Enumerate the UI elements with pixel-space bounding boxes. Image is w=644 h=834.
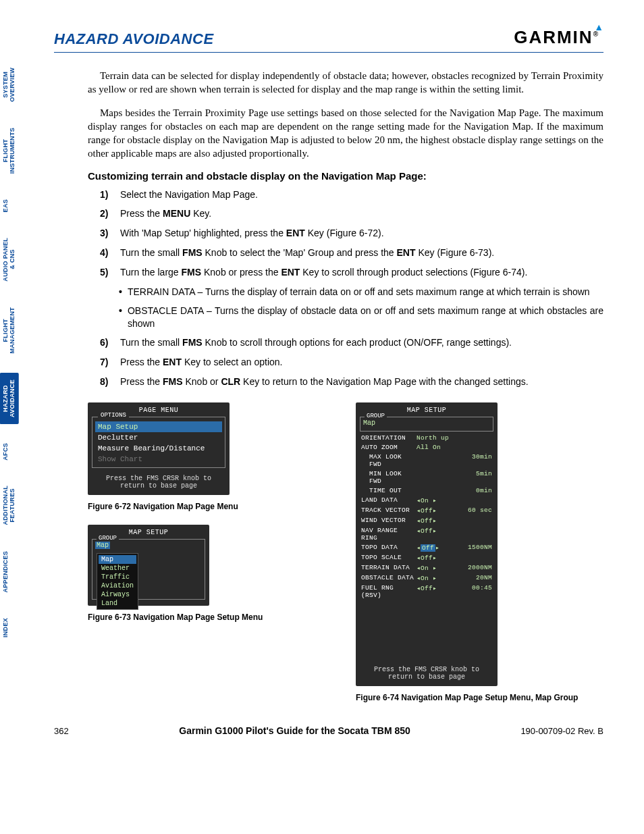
map-setup-list: ORIENTATIONNorth upAUTO ZOOMAll OnMAX LO…	[360, 433, 493, 600]
setup-row[interactable]: TERRAIN DATA◂On ▸2000NM	[360, 563, 493, 573]
bullet-list: TERRAIN DATA – Turns the display of terr…	[88, 286, 603, 331]
figure-6-73-caption: Figure 6-73 Navigation Map Page Setup Me…	[88, 613, 336, 622]
step-1: 1) Select the Navigation Map Page.	[100, 188, 603, 201]
setup-row[interactable]: NAV RANGE RING◂Off▸	[360, 525, 493, 542]
menu-item-declutter[interactable]: Declutter	[95, 432, 222, 443]
figure-6-73-screen: MAP SETUP GROUP Map Map Weather Traffic …	[88, 525, 209, 606]
setup-row[interactable]: ORIENTATIONNorth up	[360, 433, 493, 442]
setup-row[interactable]: TOPO SCALE◂Off▸	[360, 552, 493, 563]
tab-audio-panel-cns[interactable]: AUDIO PANEL& CNS	[0, 231, 19, 288]
step-4: 4) Turn the small FMS Knob to select the…	[100, 246, 603, 259]
revision-label: 190-00709-02 Rev. B	[520, 726, 603, 736]
section-title: HAZARD AVOIDANCE	[54, 30, 214, 48]
page-number: 362	[54, 726, 69, 736]
step-5: 5) Turn the large FMS Knob or press the …	[100, 266, 603, 279]
tab-hazard-avoidance[interactable]: HAZARDAVOIDANCE	[0, 373, 19, 424]
bullet-obstacle-data: OBSTACLE DATA – Turns the display of obs…	[119, 305, 603, 331]
figures-row: PAGE MENU OPTIONS Map Setup Declutter Me…	[88, 402, 603, 702]
step-2: 2) Press the MENU Key.	[100, 207, 603, 220]
guide-title: Garmin G1000 Pilot's Guide for the Socat…	[179, 725, 410, 736]
options-legend: OPTIONS	[98, 412, 129, 419]
setup-row[interactable]: MAX LOOK FWD30min	[360, 452, 493, 469]
tab-afcs[interactable]: AFCS	[0, 436, 19, 467]
garmin-logo: ▲ GARMIN®	[514, 27, 603, 48]
page-footer: 362 Garmin G1000 Pilot's Guide for the S…	[54, 725, 603, 736]
side-tab-bar: SYSTEMOVERVIEW FLIGHTINSTRUMENTS EAS AUD…	[0, 61, 19, 644]
group-legend-73: GROUP	[97, 535, 119, 542]
page-content: Terrain data can be selected for display…	[54, 69, 603, 702]
garmin-triangle-icon: ▲	[594, 22, 605, 32]
procedure-steps: 1) Select the Navigation Map Page. 2) Pr…	[88, 188, 603, 279]
tab-flight-management[interactable]: FLIGHTMANAGEMENT	[0, 301, 19, 361]
fms-hint: Press the FMS CRSR knob toreturn to base…	[92, 471, 225, 491]
figure-left-column: PAGE MENU OPTIONS Map Setup Declutter Me…	[88, 402, 336, 702]
setup-row[interactable]: TRACK VECTOR◂Off▸60 sec	[360, 505, 493, 515]
setup-row[interactable]: LAND DATA◂On ▸	[360, 495, 493, 505]
setup-row[interactable]: WIND VECTOR◂Off▸	[360, 515, 493, 525]
paragraph-2: Maps besides the Terrain Proximity Page …	[88, 106, 603, 161]
figure-6-74-caption: Figure 6-74 Navigation Map Page Setup Me…	[356, 693, 603, 702]
setup-row[interactable]: MIN LOOK FWD5min	[360, 469, 493, 486]
figure-6-74-screen: MAP SETUP GROUP Map ORIENTATIONNorth upA…	[356, 402, 498, 686]
menu-item-measure-bearing[interactable]: Measure Bearing/Distance	[95, 443, 222, 454]
group-value-73[interactable]: Map	[95, 542, 110, 549]
figure-6-72-screen: PAGE MENU OPTIONS Map Setup Declutter Me…	[88, 402, 230, 495]
tab-additional-features[interactable]: ADDITIONALFEATURES	[0, 479, 19, 532]
group-value-74: Map	[363, 419, 375, 427]
paragraph-1: Terrain data can be selected for display…	[88, 69, 603, 97]
group-dropdown[interactable]: Map Weather Traffic Aviation Airways Lan…	[97, 553, 138, 610]
tab-eas[interactable]: EAS	[0, 192, 19, 219]
setup-row[interactable]: FUEL RNG (RSV)◂Off▸00:45	[360, 583, 493, 600]
dropdown-traffic[interactable]: Traffic	[99, 573, 136, 581]
tab-appendices[interactable]: APPENDICES	[0, 544, 19, 600]
dropdown-airways[interactable]: Airways	[99, 590, 136, 599]
page-header: HAZARD AVOIDANCE ▲ GARMIN®	[54, 27, 603, 53]
dropdown-weather[interactable]: Weather	[99, 564, 136, 573]
tab-index[interactable]: INDEX	[0, 611, 19, 644]
dropdown-aviation[interactable]: Aviation	[99, 581, 136, 590]
step-7: 7) Press the ENT Key to select an option…	[100, 356, 603, 369]
setup-row[interactable]: TIME OUT0min	[360, 486, 493, 495]
fms-hint-74: Press the FMS CRSR knob toreturn to base…	[360, 662, 493, 682]
tab-flight-instruments[interactable]: FLIGHTINSTRUMENTS	[0, 121, 19, 180]
step-8: 8) Press the FMS Knob or CLR Key to retu…	[100, 375, 603, 388]
procedure-steps-cont: 6) Turn the small FMS Knob to scroll thr…	[88, 336, 603, 388]
figure-right-column: MAP SETUP GROUP Map ORIENTATIONNorth upA…	[356, 402, 603, 702]
step-3: 3) With 'Map Setup' highlighted, press t…	[100, 227, 603, 240]
tab-system-overview[interactable]: SYSTEMOVERVIEW	[0, 61, 19, 109]
group-legend-74: GROUP	[365, 413, 387, 419]
setup-row[interactable]: AUTO ZOOMAll On	[360, 442, 493, 452]
step-6: 6) Turn the small FMS Knob to scroll thr…	[100, 336, 603, 349]
dropdown-map[interactable]: Map	[99, 555, 136, 564]
figure-6-72-caption: Figure 6-72 Navigation Map Page Menu	[88, 502, 336, 511]
setup-row[interactable]: TOPO DATA◂Off▸1500NM	[360, 542, 493, 552]
menu-item-show-chart: Show Chart	[95, 454, 222, 465]
procedure-heading: Customizing terrain and obstacle display…	[88, 170, 603, 182]
dropdown-land[interactable]: Land	[99, 599, 136, 608]
bullet-terrain-data: TERRAIN DATA – Turns the display of terr…	[119, 286, 603, 299]
menu-item-map-setup[interactable]: Map Setup	[95, 421, 222, 432]
setup-row[interactable]: OBSTACLE DATA◂On ▸20NM	[360, 573, 493, 583]
